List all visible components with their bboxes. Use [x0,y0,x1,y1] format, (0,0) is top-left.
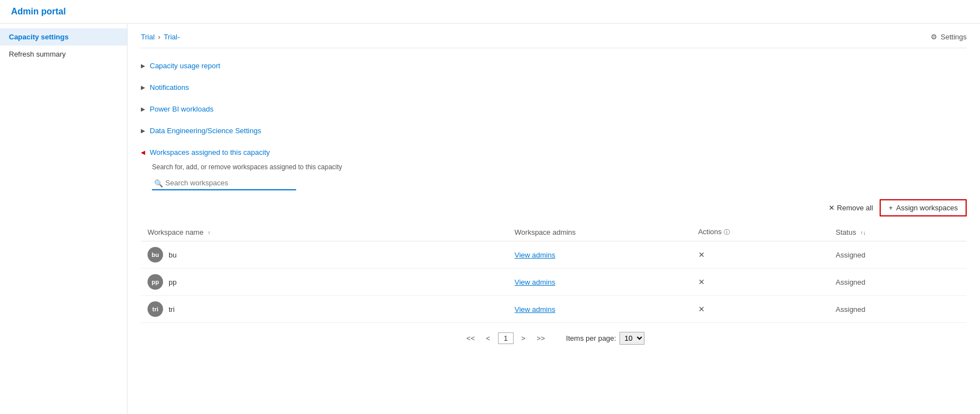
first-page-button[interactable]: << [463,333,478,344]
header-divider [141,48,967,48]
col-header-actions: Actions ⓘ [692,223,829,241]
content-area: ⚙ Settings Trial › Trial- ▶ Capacity usa… [128,24,980,414]
table-row: bu bu View admins ✕ [141,241,967,269]
workspace-cell-bu: bu bu [148,247,501,262]
status-cell-tri: Assigned [829,296,967,323]
info-icon: ⓘ [724,229,730,235]
admins-cell-pp: View admins [508,269,692,296]
remove-all-button[interactable]: ✕ Remove all [829,204,873,212]
workspaces-description: Search for, add, or remove workspaces as… [152,163,967,171]
section-header-workspaces[interactable]: ◀ Workspaces assigned to this capacity [141,144,967,161]
chevron-notifications: ▶ [141,84,145,90]
section-data-engineering: ▶ Data Engineering/Science Settings [141,122,967,139]
gear-icon: ⚙ [931,33,937,41]
workspace-name-cell: tri tri [141,296,508,323]
current-page: 1 [498,332,514,344]
avatar-tri: tri [148,301,163,317]
assign-workspaces-button[interactable]: + Assign workspaces [880,199,967,216]
section-header-data-engineering[interactable]: ▶ Data Engineering/Science Settings [141,122,967,139]
workspace-cell-tri: tri tri [148,301,501,317]
workspace-name-cell: bu bu [141,241,508,269]
admins-cell-bu: View admins [508,241,692,269]
workspace-cell-pp: pp pp [148,274,501,290]
actions-cell-tri: ✕ [692,296,829,323]
section-header-notifications[interactable]: ▶ Notifications [141,79,967,96]
chevron-capacity-usage: ▶ [141,63,145,69]
breadcrumb: Trial › Trial- [141,33,967,41]
status-cell-bu: Assigned [829,241,967,269]
workspace-name-bu: bu [169,251,176,259]
section-header-capacity-usage[interactable]: ▶ Capacity usage report [141,57,967,74]
prev-page-button[interactable]: < [483,333,494,344]
search-row: 🔍 [152,176,967,190]
section-capacity-usage: ▶ Capacity usage report [141,57,967,74]
chevron-workspaces: ◀ [141,149,145,155]
section-workspaces: ◀ Workspaces assigned to this capacity S… [141,144,967,345]
remove-workspace-tri[interactable]: ✕ [698,305,705,314]
sort-icon-status[interactable]: ↑↓ [860,230,866,236]
avatar-pp: pp [148,274,163,290]
plus-icon: + [888,204,893,212]
workspaces-table: Workspace name ↑ Workspace admins Action… [141,223,967,323]
breadcrumb-trial-sub[interactable]: Trial- [164,33,180,41]
top-header: Admin portal [0,0,980,24]
status-cell-pp: Assigned [829,269,967,296]
settings-link[interactable]: ⚙ Settings [931,33,967,41]
next-page-button[interactable]: > [518,333,529,344]
remove-workspace-bu[interactable]: ✕ [698,250,705,259]
section-notifications: ▶ Notifications [141,79,967,96]
items-per-page: Items per page: 10 20 50 [566,332,644,345]
breadcrumb-trial[interactable]: Trial [141,33,155,41]
section-header-power-bi[interactable]: ▶ Power BI workloads [141,100,967,118]
chevron-data-engineering: ▶ [141,128,145,134]
sidebar: Capacity settings Refresh summary [0,24,128,414]
app-container: Admin portal Capacity settings Refresh s… [0,0,980,414]
items-per-page-select[interactable]: 10 20 50 [620,332,644,345]
col-header-admins: Workspace admins [508,223,692,241]
col-header-status: Status ↑↓ [829,223,967,241]
view-admins-link-tri[interactable]: View admins [515,305,555,314]
sort-icon-name[interactable]: ↑ [208,230,211,236]
workspace-name-cell: pp pp [141,269,508,296]
table-row: pp pp View admins ✕ [141,269,967,296]
app-title: Admin portal [11,7,66,16]
remove-workspace-pp[interactable]: ✕ [698,277,705,286]
close-icon: ✕ [829,204,835,212]
main-layout: Capacity settings Refresh summary ⚙ Sett… [0,24,980,414]
last-page-button[interactable]: >> [533,333,548,344]
workspace-name-pp: pp [169,278,176,286]
sidebar-item-refresh-summary[interactable]: Refresh summary [0,46,127,63]
breadcrumb-separator: › [158,33,160,41]
table-row: tri tri View admins ✕ [141,296,967,323]
admins-cell-tri: View admins [508,296,692,323]
workspace-name-tri: tri [169,305,175,314]
avatar-bu: bu [148,247,163,262]
col-header-name: Workspace name ↑ [141,223,508,241]
toolbar-row: ✕ Remove all + Assign workspaces [141,199,967,216]
section-power-bi: ▶ Power BI workloads [141,100,967,118]
chevron-power-bi: ▶ [141,106,145,112]
actions-cell-bu: ✕ [692,241,829,269]
search-input[interactable] [152,176,296,190]
view-admins-link-pp[interactable]: View admins [515,278,555,286]
pagination: << < 1 > >> Items per page: 10 20 50 [141,332,967,345]
search-icon: 🔍 [154,179,163,188]
sidebar-item-capacity-settings[interactable]: Capacity settings [0,28,127,46]
view-admins-link-bu[interactable]: View admins [515,251,555,259]
actions-cell-pp: ✕ [692,269,829,296]
